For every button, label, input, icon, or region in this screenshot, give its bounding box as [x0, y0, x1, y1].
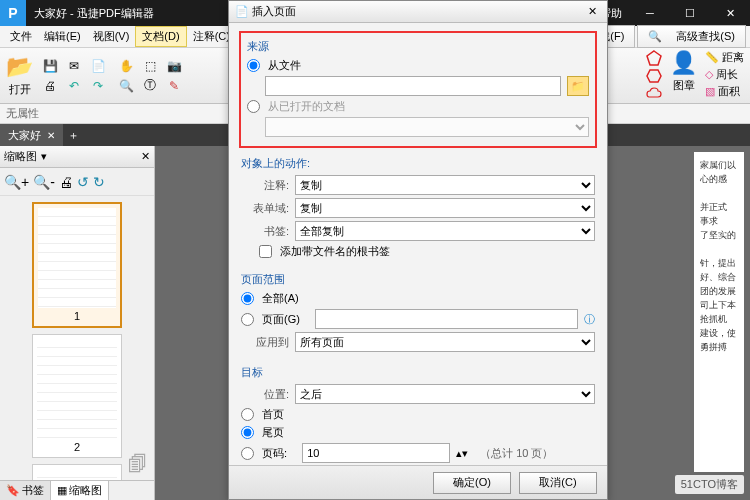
dialog-close-button[interactable]: ✕	[583, 5, 601, 18]
camera-icon[interactable]: 📷	[163, 57, 185, 75]
svg-marker-0	[647, 51, 661, 65]
close-button[interactable]: ✕	[710, 0, 750, 26]
info-icon[interactable]: ⓘ	[584, 312, 595, 327]
page-range-input[interactable]	[315, 309, 578, 329]
area-icon: ▧	[705, 85, 715, 98]
mail-icon[interactable]: ✉	[63, 57, 85, 75]
page-number-input[interactable]	[302, 443, 450, 463]
bookmark-icon: 🔖	[6, 484, 20, 497]
thumbnail-2[interactable]: 2	[32, 334, 122, 458]
form-action-select[interactable]: 复制	[295, 198, 595, 218]
tab-thumbnails[interactable]: ▦缩略图	[51, 481, 109, 500]
zoom-in-icon[interactable]: 🔍+	[4, 174, 29, 190]
undo-icon[interactable]: ↶	[63, 77, 85, 95]
tool-area[interactable]: ▧面积	[705, 84, 744, 99]
total-pages: （总计 10 页）	[480, 446, 553, 461]
group-destination: 目标	[241, 365, 595, 380]
menu-view[interactable]: 视图(V)	[87, 27, 136, 46]
doc-tab[interactable]: 大家好✕	[0, 124, 63, 146]
shape-hexagon[interactable]	[646, 68, 662, 84]
app-logo: P	[0, 0, 26, 26]
maximize-button[interactable]: ☐	[670, 0, 710, 26]
radio-last-page[interactable]	[241, 426, 254, 439]
prop-none: 无属性	[6, 106, 39, 121]
print-icon[interactable]: 🖨	[39, 77, 61, 95]
grid-icon: ▦	[57, 484, 67, 497]
add-root-bookmark-checkbox[interactable]	[259, 245, 272, 258]
radio-from-file[interactable]	[247, 59, 260, 72]
open-button[interactable]: 📂打开	[6, 54, 33, 97]
source-highlight: 来源 从文件 📁 从已打开的文档	[239, 31, 597, 148]
dialog-title: 插入页面	[252, 4, 296, 19]
pages-icon: 🗐	[128, 453, 148, 476]
adv-find-button[interactable]: 🔍高级查找(S)	[637, 25, 746, 48]
redo-icon[interactable]: ↷	[87, 77, 109, 95]
group-page-range: 页面范围	[241, 272, 595, 287]
panel-title: 缩略图	[4, 149, 37, 164]
bookmark-action-select[interactable]: 全部复制	[295, 221, 595, 241]
radio-page-number[interactable]	[241, 447, 254, 460]
thumbnail-1[interactable]: 1	[32, 202, 122, 328]
page-preview: 家属们以 心的感 并正式 事求 了坚实的 针，提出 好、综合 团的发展 司上下本…	[694, 152, 744, 472]
menu-edit[interactable]: 编辑(E)	[38, 27, 87, 46]
ruler-icon: 📏	[705, 51, 719, 64]
rotate-left-icon[interactable]: ↺	[77, 174, 89, 190]
chevron-down-icon[interactable]: ▾	[41, 150, 47, 163]
print-icon[interactable]: 🖨	[59, 174, 73, 190]
menu-document[interactable]: 文档(D)	[135, 26, 186, 47]
stamp-button[interactable]: 👤图章	[670, 50, 697, 93]
browse-button[interactable]: 📁	[567, 76, 589, 96]
radio-all-pages[interactable]	[241, 292, 254, 305]
person-icon: 👤	[670, 50, 697, 76]
group-object-action: 对象上的动作:	[241, 156, 595, 171]
insert-page-dialog: 📄 插入页面✕ 来源 从文件 📁 从已打开的文档 对象上的动作: 注释:复制 表…	[228, 0, 608, 500]
menu-file[interactable]: 文件	[4, 27, 38, 46]
folder-open-icon: 📂	[6, 54, 33, 80]
annot-action-select[interactable]: 复制	[295, 175, 595, 195]
zoom-icon[interactable]: 🔍	[115, 77, 137, 95]
export-icon[interactable]: 📄	[87, 57, 109, 75]
position-select[interactable]: 之后	[295, 384, 595, 404]
ok-button[interactable]: 确定(O)	[433, 472, 511, 494]
tool-perimeter[interactable]: ◇周长	[705, 67, 744, 82]
tab-bookmarks[interactable]: 🔖书签	[0, 481, 51, 500]
radio-from-open[interactable]	[247, 100, 260, 113]
text-icon[interactable]: Ⓣ	[139, 77, 161, 95]
open-doc-select[interactable]	[265, 117, 589, 137]
page-icon: 📄	[235, 5, 249, 18]
tab-add[interactable]: ＋	[63, 128, 83, 143]
shape-pentagon[interactable]	[646, 50, 662, 66]
thumbnail-3[interactable]	[32, 464, 122, 480]
apply-to-select[interactable]: 所有页面	[295, 332, 595, 352]
watermark: 51CTO博客	[675, 475, 744, 494]
radio-first-page[interactable]	[241, 408, 254, 421]
perimeter-icon: ◇	[705, 68, 713, 81]
folder-icon: 📁	[571, 80, 585, 93]
close-icon[interactable]: ✕	[47, 130, 55, 141]
search-icon: 🔍	[642, 28, 668, 45]
minimize-button[interactable]: ─	[630, 0, 670, 26]
tool-grid-1: 💾 ✉ 📄 🖨 ↶ ↷	[39, 57, 109, 95]
zoom-out-icon[interactable]: 🔍-	[33, 174, 55, 190]
thumbnail-panel: 缩略图▾✕ 🔍+ 🔍- 🖨 ↺ ↻ 1 2 🗐 🔖书签 ▦缩略图	[0, 146, 155, 500]
shape-cloud[interactable]	[646, 86, 662, 102]
edit-icon[interactable]: ✎	[163, 77, 185, 95]
tool-grid-2: ✋ ⬚ 📷 🔍 Ⓣ ✎	[115, 57, 185, 95]
file-path-input[interactable]	[265, 76, 561, 96]
select-icon[interactable]: ⬚	[139, 57, 161, 75]
save-icon[interactable]: 💾	[39, 57, 61, 75]
group-source: 来源	[247, 39, 589, 54]
close-icon[interactable]: ✕	[141, 150, 150, 163]
radio-pages[interactable]	[241, 313, 254, 326]
spinner-icon[interactable]: ▴▾	[456, 447, 468, 460]
rotate-right-icon[interactable]: ↻	[93, 174, 105, 190]
hand-icon[interactable]: ✋	[115, 57, 137, 75]
svg-marker-1	[647, 70, 661, 82]
tool-distance[interactable]: 📏距离	[705, 50, 744, 65]
cancel-button[interactable]: 取消(C)	[519, 472, 597, 494]
